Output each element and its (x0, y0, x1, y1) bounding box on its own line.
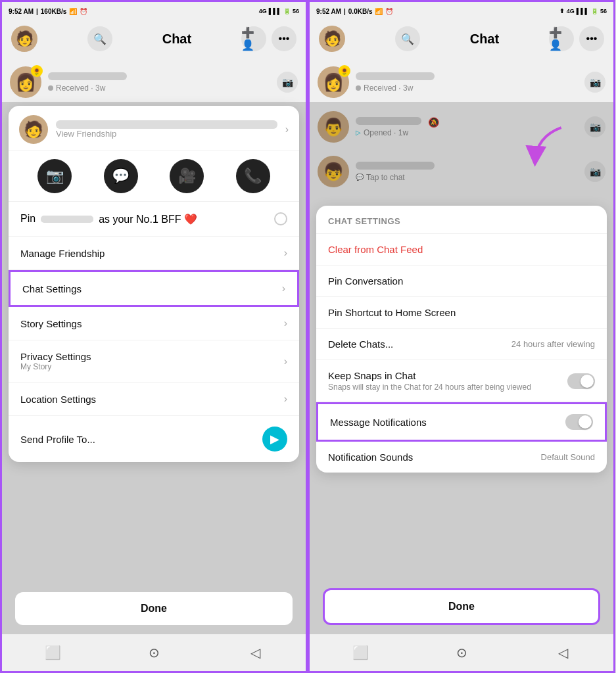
right-chat-badge-1: 🌻 (339, 65, 350, 77)
right-settings-notification-sounds[interactable]: Notification Sounds Default Sound (316, 442, 607, 473)
left-add-friend-button[interactable]: ➕👤 (241, 26, 266, 51)
left-popup-name-area: View Friendship (56, 120, 277, 139)
right-status-dot-1 (356, 85, 361, 91)
left-menu-pin-bff[interactable]: Pin as your No.1 BFF ❤️ (9, 202, 299, 237)
right-chat-name-1 (356, 72, 435, 80)
right-settings-panel: Chat Settings Clear from Chat Feed Pin C… (316, 206, 607, 473)
left-user-avatar[interactable]: 🧑 (11, 26, 37, 52)
right-nav-circle[interactable]: ⊙ (451, 642, 472, 663)
left-menu-manage-friendship[interactable]: Manage Friendship › (9, 237, 299, 270)
left-chat-badge-1: 🌻 (31, 65, 43, 77)
right-notification-sounds-label: Notification Sounds (328, 452, 413, 463)
left-bff-toggle[interactable] (274, 212, 287, 225)
left-action-chat[interactable]: 💬 (104, 159, 138, 193)
left-send-profile-btn[interactable]: ▶ (262, 427, 287, 452)
right-nav-right-icons: ➕👤 ••• (549, 26, 604, 51)
right-chat-title: Chat (470, 32, 499, 47)
right-network-sep: | (344, 8, 346, 15)
left-battery: 🔋 (283, 8, 291, 14)
right-keep-snaps-toggle[interactable] (567, 373, 595, 389)
left-action-camera[interactable]: 📷 (37, 159, 72, 193)
left-battery-val: 56 (293, 8, 299, 14)
left-status-text-1: Received · 3w (56, 83, 105, 93)
right-settings-pin-shortcut[interactable]: Pin Shortcut to Home Screen (316, 297, 607, 329)
right-time: 9:52 AM (316, 8, 341, 15)
right-delete-chats-value: 24 hours after viewing (511, 339, 595, 349)
right-signal-bars: ▌▌▌ (577, 8, 589, 14)
left-bff-name-bar (41, 216, 93, 223)
left-network-speed: 160KB/s (41, 8, 66, 15)
left-chat-title: Chat (162, 32, 191, 47)
left-action-video[interactable]: 🎥 (170, 159, 204, 193)
left-menu-story-settings[interactable]: Story Settings › (9, 307, 299, 340)
left-lte-icon: 4G (259, 8, 267, 14)
left-bff-row: Pin as your No.1 BFF ❤️ (20, 213, 197, 225)
left-nav-square[interactable]: ⬜ (42, 642, 63, 663)
right-user-avatar[interactable]: 🧑 (319, 26, 345, 52)
right-chat-info-1: Received · 3w (356, 72, 578, 93)
right-camera-btn-1[interactable]: 📷 (584, 72, 605, 93)
right-status-left: 9:52 AM | 0.0KB/s 📶 ⏰ (316, 8, 393, 15)
left-search-button[interactable]: 🔍 (87, 26, 112, 51)
left-popup-name-bar (56, 120, 277, 129)
left-chat-item-1[interactable]: 👩 🌻 Received · 3w 📷 (2, 60, 306, 104)
right-chat-item-1[interactable]: 👩 🌻 Received · 3w 📷 (310, 60, 613, 104)
right-nav-square[interactable]: ⬜ (350, 642, 371, 663)
right-battery: 🔋 (591, 8, 598, 14)
left-popup-header: 🧑 View Friendship › (9, 106, 299, 151)
left-chat-info-1: Received · 3w (48, 72, 270, 93)
right-lte-icon: 4G (567, 8, 575, 14)
left-chat-status-1: Received · 3w (48, 83, 270, 93)
left-menu-location-settings[interactable]: Location Settings › (9, 383, 299, 416)
right-settings-header: Chat Settings (316, 206, 607, 234)
left-nav-left-icons: 🔍 (87, 26, 112, 51)
left-menu-chat-settings[interactable]: Chat Settings › (9, 270, 299, 307)
right-signal-icon: 📶 (375, 8, 383, 15)
right-status-bar: 9:52 AM | 0.0KB/s 📶 ⏰ ⬆ 4G ▌▌▌ 🔋 56 (310, 2, 613, 20)
right-message-notifications-label: Message Notifications (330, 417, 427, 428)
right-add-friend-button[interactable]: ➕👤 (549, 26, 574, 51)
left-nav-back[interactable]: ◁ (245, 642, 266, 663)
right-alarm-icon: ⏰ (385, 8, 393, 15)
left-menu-list: Pin as your No.1 BFF ❤️ Manage Friendshi… (9, 202, 299, 462)
right-settings-delete-chats[interactable]: Delete Chats... 24 hours after viewing (316, 329, 607, 360)
left-privacy-settings-sub: My Story (20, 362, 91, 371)
left-story-settings-chevron: › (284, 317, 287, 329)
left-top-nav: 🧑 🔍 Chat ➕👤 ••• (2, 20, 306, 57)
left-menu-privacy-settings[interactable]: Privacy Settings My Story › (9, 340, 299, 383)
left-story-settings-label: Story Settings (20, 318, 82, 329)
left-signal-bars: ▌▌▌ (269, 8, 281, 14)
right-chat-avatar-1: 👩 🌻 (318, 66, 349, 98)
right-settings-message-notifications[interactable]: Message Notifications (316, 402, 607, 442)
left-done-button[interactable]: Done (15, 592, 293, 625)
right-battery-val: 56 (600, 8, 607, 14)
left-action-phone[interactable]: 📞 (236, 159, 270, 193)
right-settings-header-label: Chat Settings (328, 216, 400, 226)
right-keep-snaps-knob (580, 375, 594, 388)
left-menu-send-profile[interactable]: Send Profile To... ▶ (9, 416, 299, 462)
left-phone-panel: 9:52 AM | 160KB/s 📶 ⏰ 4G ▌▌▌ 🔋 56 🧑 🔍 Ch… (0, 0, 308, 673)
right-status-text-1: Received · 3w (364, 83, 413, 93)
left-popup-avatar: 🧑 (19, 115, 48, 144)
left-pin-prefix: Pin (20, 213, 36, 225)
left-camera-btn-1[interactable]: 📷 (277, 72, 298, 93)
left-popup-card: 🧑 View Friendship › 📷 💬 🎥 📞 Pin as your … (9, 106, 299, 462)
left-privacy-settings-label: Privacy Settings (20, 351, 91, 362)
left-more-button[interactable]: ••• (272, 26, 296, 51)
left-popup-chevron: › (285, 124, 289, 135)
right-settings-keep-snaps[interactable]: Keep Snaps in Chat Snaps will stay in th… (316, 360, 607, 402)
left-status-left: 9:52 AM | 160KB/s 📶 ⏰ (9, 8, 87, 15)
right-bottom-nav: ⬜ ⊙ ◁ (310, 634, 613, 671)
left-bottom-nav: ⬜ ⊙ ◁ (2, 634, 306, 671)
right-nav-back[interactable]: ◁ (552, 642, 573, 663)
right-done-button[interactable]: Done (323, 588, 600, 625)
right-settings-clear-feed[interactable]: Clear from Chat Feed (316, 234, 607, 266)
right-settings-pin-conversation[interactable]: Pin Conversation (316, 266, 607, 297)
left-nav-circle[interactable]: ⊙ (143, 642, 164, 663)
left-privacy-settings-text: Privacy Settings My Story (20, 351, 91, 371)
right-search-button[interactable]: 🔍 (395, 26, 420, 51)
right-keep-snaps-sub: Snaps will stay in the Chat for 24 hours… (328, 383, 531, 392)
right-pin-conversation-label: Pin Conversation (328, 275, 403, 287)
right-message-notifications-toggle[interactable] (565, 414, 593, 430)
right-more-button[interactable]: ••• (579, 26, 604, 51)
